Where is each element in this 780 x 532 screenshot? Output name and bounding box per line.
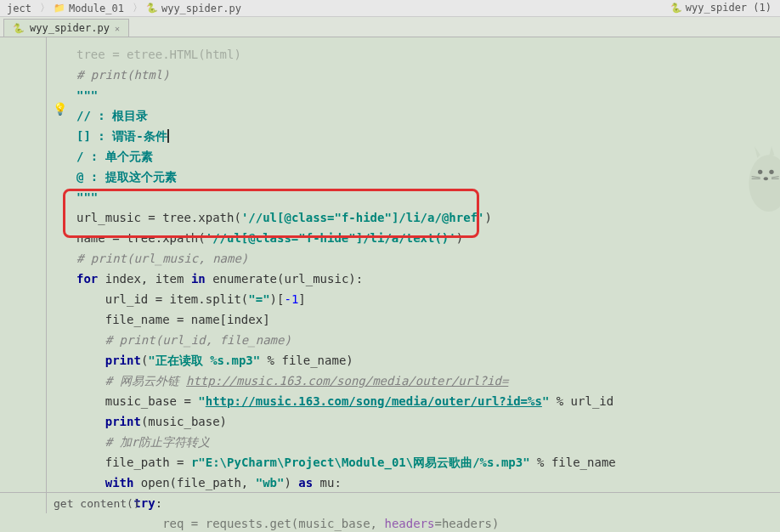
editor-gutter <box>0 37 47 513</box>
breadcrumb-item[interactable]: ject <box>7 3 31 14</box>
breadcrumb-item[interactable]: 📁 Module_01 <box>54 3 124 14</box>
totoro-decoration <box>746 127 780 229</box>
code-line: # 加r防止字符转义 <box>105 435 210 449</box>
status-context: get content() <box>47 494 147 513</box>
python-file-icon: 🐍 <box>670 3 682 14</box>
code-line: # print(url_music, name) <box>76 252 248 265</box>
code-line: url_music = tree.xpath( <box>76 211 241 224</box>
code-line: for <box>76 272 98 286</box>
close-icon[interactable]: ✕ <box>115 24 120 33</box>
svg-point-3 <box>764 177 768 180</box>
svg-point-0 <box>749 155 780 212</box>
code-line: url_id = item.split( <box>105 292 249 306</box>
code-line: [] : 谓语-条件 <box>76 129 167 143</box>
breadcrumb-item[interactable]: 🐍 wyy_spider.py <box>146 3 241 14</box>
editor-tab-bar: 🐍 wyy_spider.py ✕ <box>0 17 780 37</box>
code-line: # print(html) <box>76 68 170 82</box>
python-file-icon: 🐍 <box>146 3 158 14</box>
python-file-icon: 🐍 <box>13 23 25 34</box>
code-line: """ <box>76 88 98 102</box>
code-line: print <box>105 415 141 428</box>
code-line: // : 根目录 <box>76 109 148 122</box>
folder-icon: 📁 <box>54 3 65 14</box>
code-content[interactable]: tree = etree.HTML(html) # print(html) ""… <box>51 44 780 532</box>
code-line: with <box>105 476 134 490</box>
code-line: file_path = <box>105 456 191 469</box>
svg-point-2 <box>769 170 773 174</box>
code-line: # print(url_id, file_name) <box>105 333 291 347</box>
code-line: name = tree.xpath( <box>76 231 206 245</box>
code-line: music_base = <box>105 394 199 408</box>
code-line: """ <box>76 190 98 204</box>
editor-tab[interactable]: 🐍 wyy_spider.py ✕ <box>3 19 129 37</box>
run-configuration[interactable]: 🐍 wyy_spider (1) <box>670 2 772 14</box>
code-line: @ : 提取这个元素 <box>76 170 177 184</box>
code-editor[interactable]: 💡 tree = etree.HTML(html) # print(html) … <box>0 37 780 513</box>
code-line: file_name = name[index] <box>105 313 270 326</box>
svg-point-1 <box>758 170 762 174</box>
breadcrumb-sep: 〉 <box>133 1 143 15</box>
code-line: req = requests.get(music_base, <box>162 517 384 530</box>
code-line: / : 单个元素 <box>76 150 153 163</box>
breadcrumb-sep: 〉 <box>40 1 50 15</box>
tab-label: wyy_spider.py <box>30 22 110 34</box>
code-line: # 网易云外链 <box>105 374 186 388</box>
code-line: print <box>105 354 141 367</box>
code-line: tree = etree.HTML(html) <box>76 48 241 61</box>
breadcrumb-bar: ject 〉 📁 Module_01 〉 🐍 wyy_spider.py 🐍 w… <box>0 0 780 17</box>
